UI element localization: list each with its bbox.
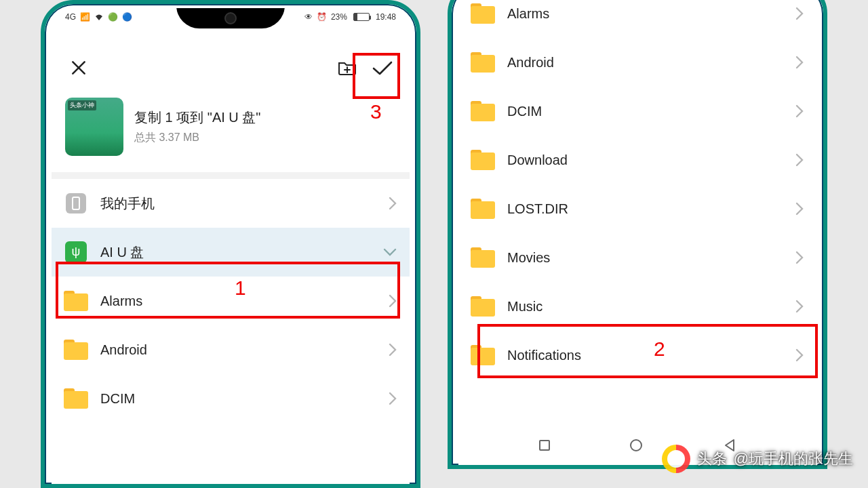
alarm-icon: ⏰ (317, 12, 327, 22)
folder-icon (471, 99, 495, 123)
screen-left: 4G 📶 🟢 🔵 👁 ⏰ 23% 19:48 (52, 8, 410, 484)
folder-label: Alarms (100, 293, 142, 309)
nav-home-icon[interactable] (630, 439, 642, 451)
phone-storage-icon (64, 191, 88, 216)
folder-icon (471, 245, 495, 270)
chevron-right-icon (795, 104, 804, 119)
folder-icon (471, 50, 495, 75)
folder-label: Notifications (507, 348, 581, 363)
folder-label: Movies (507, 250, 550, 266)
location-phone-label: 我的手机 (100, 195, 155, 213)
clock-text: 19:48 (376, 12, 396, 22)
close-button[interactable] (64, 53, 94, 83)
chevron-right-icon (388, 196, 397, 211)
side-button (826, 229, 827, 270)
appbar (52, 34, 410, 88)
folder-label: Android (100, 342, 147, 358)
usb-icon (64, 240, 88, 264)
eye-icon: 👁 (304, 12, 313, 22)
folder-item[interactable]: Download (458, 136, 816, 184)
new-folder-button[interactable] (332, 53, 362, 83)
wifi-icon (94, 13, 104, 21)
folder-icon (471, 197, 495, 221)
nav-recent-icon[interactable] (539, 440, 550, 451)
screen-right: Alarms Android DCIM Download LOST.DIR Mo… (458, 0, 816, 465)
watermark-prefix: 头条 (697, 449, 727, 469)
location-phone[interactable]: 我的手机 (52, 179, 410, 228)
folder-label: Download (507, 152, 568, 168)
battery-icon (353, 13, 370, 21)
folder-label: DCIM (100, 391, 135, 407)
phone-frame-right: Alarms Android DCIM Download LOST.DIR Mo… (448, 0, 827, 469)
folder-label: DCIM (507, 104, 542, 119)
location-usb[interactable]: AI U 盘 (52, 228, 410, 277)
confirm-button[interactable] (368, 53, 397, 83)
folder-label: LOST.DIR (507, 201, 568, 217)
folder-icon (471, 1, 495, 26)
copy-size: 总共 3.37 MB (134, 131, 260, 145)
folder-item[interactable]: Alarms (52, 277, 410, 325)
toutiao-logo-icon (662, 445, 690, 473)
chevron-down-icon (382, 247, 397, 257)
folder-item[interactable]: Movies (458, 233, 816, 282)
chevron-right-icon (388, 342, 397, 357)
location-usb-label: AI U 盘 (100, 243, 144, 262)
copy-title: 复制 1 项到 "AI U 盘" (134, 108, 260, 127)
chevron-right-icon (795, 201, 804, 216)
side-button (419, 167, 420, 228)
chevron-right-icon (795, 152, 804, 167)
folder-item[interactable]: Android (458, 38, 816, 87)
folder-item[interactable]: DCIM (458, 87, 816, 136)
chevron-right-icon (388, 293, 397, 308)
network-label: 4G (65, 12, 76, 22)
chevron-right-icon (388, 391, 397, 406)
chevron-right-icon (795, 250, 804, 265)
chevron-right-icon (795, 299, 804, 314)
folder-icon (64, 289, 88, 313)
folder-label: Music (507, 299, 542, 314)
copy-info-card: 头条小神 复制 1 项到 "AI U 盘" 总共 3.37 MB (52, 88, 410, 179)
folder-label: Android (507, 55, 554, 70)
thumb-badge: 头条小神 (68, 100, 96, 110)
side-button (826, 148, 827, 209)
battery-pct: 23% (331, 12, 347, 22)
side-button (419, 302, 420, 343)
folder-icon (471, 148, 495, 172)
folder-item[interactable]: Alarms (458, 0, 816, 38)
watermark-text: @玩手机的张先生 (734, 449, 853, 469)
folder-item[interactable]: Notifications (458, 331, 816, 380)
chevron-right-icon (795, 6, 804, 21)
folder-icon (471, 294, 495, 319)
folder-icon (471, 343, 495, 367)
file-thumbnail: 头条小神 (65, 98, 123, 156)
chevron-right-icon (795, 348, 804, 363)
side-button (419, 248, 420, 289)
notch: 4G 📶 🟢 🔵 👁 ⏰ 23% 19:48 (52, 8, 410, 34)
folder-icon (64, 386, 88, 411)
watermark: 头条 @玩手机的张先生 (662, 445, 853, 473)
signal-icon: 📶 (80, 12, 90, 22)
folder-item-music[interactable]: Music (458, 282, 816, 331)
phone-frame-left: 4G 📶 🟢 🔵 👁 ⏰ 23% 19:48 (41, 0, 420, 488)
folder-icon (64, 338, 88, 362)
folder-item[interactable]: Android (52, 325, 410, 374)
folder-label: Alarms (507, 6, 549, 22)
chevron-right-icon (795, 55, 804, 70)
folder-item[interactable]: LOST.DIR (458, 184, 816, 233)
app-small-icon: 🔵 (122, 12, 132, 22)
app-small-icon: 🟢 (108, 12, 118, 22)
folder-item[interactable]: DCIM (52, 374, 410, 423)
